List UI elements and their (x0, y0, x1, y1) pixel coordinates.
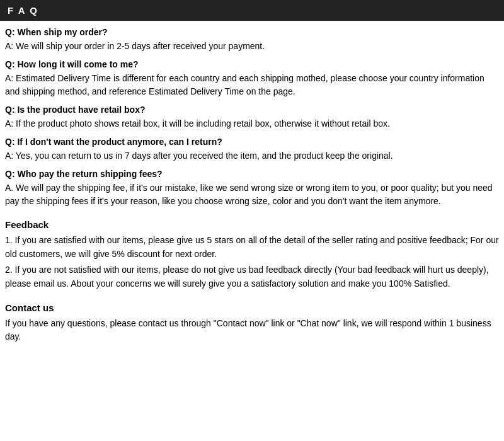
contact-text: If you have any questions, please contac… (5, 317, 499, 344)
faq-header-bar: F A Q (0, 0, 504, 21)
feedback-point-2: 2. If you are not satisfied with our ite… (5, 263, 499, 290)
answer-3: A: If the product photo shows retail box… (5, 117, 499, 130)
faq-section: Q: When ship my order? A: We will ship y… (5, 27, 499, 208)
question-1: Q: When ship my order? (5, 27, 499, 37)
faq-item-3: Q: Is the product have retail box? A: If… (5, 105, 499, 130)
faq-title: F A Q (8, 5, 38, 16)
faq-item-5: Q: Who pay the return shipping fees? A. … (5, 169, 499, 208)
feedback-section: Feedback 1. If you are satisfied with ou… (5, 219, 499, 291)
contact-section: Contact us If you have any questions, pl… (5, 302, 499, 344)
feedback-point-1: 1. If you are satisfied with our items, … (5, 234, 499, 261)
main-content: Q: When ship my order? A: We will ship y… (0, 27, 504, 344)
question-3: Q: Is the product have retail box? (5, 105, 499, 115)
contact-title: Contact us (5, 302, 499, 313)
question-2: Q: How long it will come to me? (5, 59, 499, 69)
answer-1: A: We will ship your order in 2-5 days a… (5, 40, 499, 53)
answer-2: A: Estimated Delivery Time is different … (5, 72, 499, 98)
faq-item-4: Q: If I don't want the product anymore, … (5, 137, 499, 163)
answer-4: A: Yes, you can return to us in 7 days a… (5, 149, 499, 163)
question-4: Q: If I don't want the product anymore, … (5, 137, 499, 147)
faq-item-1: Q: When ship my order? A: We will ship y… (5, 27, 499, 53)
answer-5: A. We will pay the shipping fee, if it's… (5, 181, 499, 208)
faq-item-2: Q: How long it will come to me? A: Estim… (5, 59, 499, 98)
question-5: Q: Who pay the return shipping fees? (5, 169, 499, 179)
feedback-title: Feedback (5, 219, 499, 230)
